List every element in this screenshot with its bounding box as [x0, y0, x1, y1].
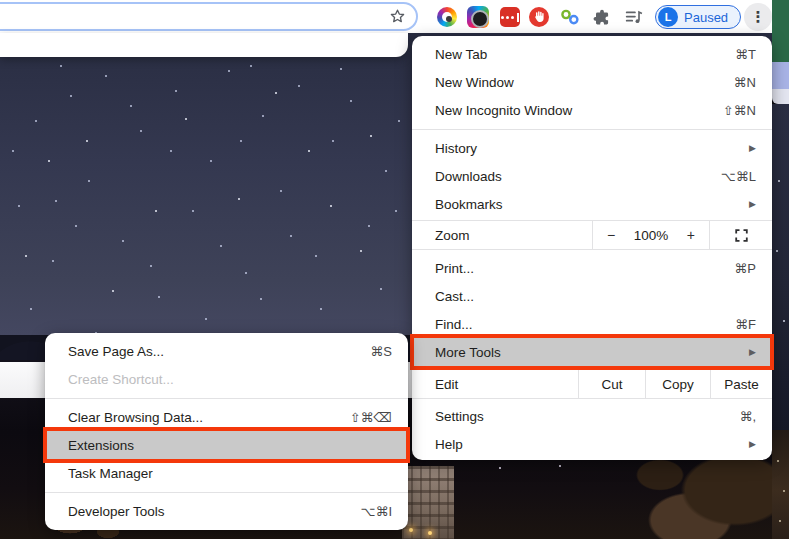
- menu-divider: [45, 398, 408, 399]
- menu-item-new-tab[interactable]: New Tab ⌘T: [412, 40, 772, 68]
- menu-item-shortcut: ⇧⌘⌫: [350, 410, 392, 425]
- menu-item-help[interactable]: Help ▶: [412, 430, 772, 458]
- menu-item-new-window[interactable]: New Window ⌘N: [412, 68, 772, 96]
- browser-toolbar: L Paused ⋮: [0, 0, 772, 33]
- menu-item-shortcut: ⌘S: [370, 344, 392, 359]
- desktop-light-block: [772, 89, 789, 104]
- copy-button[interactable]: Copy: [645, 370, 710, 398]
- menu-divider: [412, 129, 772, 130]
- menu-item-label: Save Page As...: [68, 344, 370, 359]
- menu-item-shortcut: ⌘F: [735, 317, 756, 332]
- puzzle-extensions-icon[interactable]: [592, 7, 612, 27]
- menu-item-label: Settings: [435, 409, 739, 424]
- menu-item-shortcut: ⌘P: [734, 261, 756, 276]
- menu-item-more-tools[interactable]: More Tools ▶: [412, 338, 772, 366]
- menu-item-label: Clear Browsing Data...: [68, 410, 350, 425]
- menu-item-label: New Window: [435, 75, 734, 90]
- kebab-menu-icon: ⋮: [751, 8, 766, 26]
- menu-item-shortcut: ⌥⌘L: [721, 169, 756, 184]
- paste-button[interactable]: Paste: [710, 370, 772, 398]
- profile-paused-button[interactable]: L Paused: [655, 5, 741, 29]
- desktop-edge-strip: [772, 0, 789, 539]
- menu-divider: [45, 492, 408, 493]
- menu-item-developer-tools[interactable]: Developer Tools ⌥⌘I: [45, 497, 408, 525]
- copy-label: Copy: [662, 377, 694, 392]
- menu-item-label: Bookmarks: [435, 197, 749, 212]
- menu-item-find[interactable]: Find... ⌘F: [412, 310, 772, 338]
- menu-item-label: Extensions: [68, 438, 392, 453]
- address-bar-input[interactable]: [10, 4, 360, 29]
- menu-item-new-incognito-window[interactable]: New Incognito Window ⇧⌘N: [412, 96, 772, 124]
- menu-item-shortcut: ⌘,: [739, 409, 756, 424]
- fullscreen-button[interactable]: [710, 221, 772, 249]
- address-bar[interactable]: [0, 2, 418, 31]
- submenu-arrow-icon: ▶: [749, 200, 756, 209]
- stop-hand-extension-icon[interactable]: [529, 7, 549, 27]
- edit-label: Edit: [435, 377, 458, 392]
- menu-item-label: Create Shortcut...: [68, 372, 392, 387]
- fullscreen-icon: [735, 229, 748, 242]
- cut-label: Cut: [601, 377, 622, 392]
- street-light: [428, 531, 432, 535]
- zoom-value: 100%: [634, 228, 669, 243]
- menu-item-label: New Tab: [435, 47, 735, 62]
- menu-item-cast[interactable]: Cast...: [412, 282, 772, 310]
- zoom-label: Zoom: [435, 228, 470, 243]
- menu-item-shortcut: ⇧⌘N: [723, 103, 756, 118]
- menu-item-extensions[interactable]: Extensions: [45, 431, 408, 459]
- edit-row: Edit Cut Copy Paste: [412, 369, 772, 399]
- submenu-arrow-icon: ▶: [749, 440, 756, 449]
- menu-item-bookmarks[interactable]: Bookmarks ▶: [412, 190, 772, 218]
- zoom-in-button[interactable]: +: [687, 227, 695, 243]
- cut-button[interactable]: Cut: [578, 370, 645, 398]
- menu-item-history[interactable]: History ▶: [412, 134, 772, 162]
- menu-item-label: New Incognito Window: [435, 103, 723, 118]
- menu-item-label: Find...: [435, 317, 735, 332]
- menu-item-label: Cast...: [435, 289, 756, 304]
- screenshot-camera-extension-icon[interactable]: [467, 6, 489, 28]
- more-tools-submenu: Save Page As... ⌘S Create Shortcut... Cl…: [45, 333, 408, 530]
- submenu-arrow-icon: ▶: [749, 348, 756, 357]
- street-light: [409, 528, 413, 532]
- menu-item-shortcut: ⌘N: [734, 75, 756, 90]
- chrome-main-menu: New Tab ⌘T New Window ⌘N New Incognito W…: [412, 36, 772, 460]
- menu-item-create-shortcut: Create Shortcut...: [45, 365, 408, 393]
- password-dots-extension-icon[interactable]: [500, 7, 520, 27]
- avatar: L: [658, 7, 678, 27]
- menu-item-shortcut: ⌘T: [735, 47, 756, 62]
- omnibox-dropdown: [0, 33, 408, 57]
- media-list-icon[interactable]: [624, 7, 644, 27]
- submenu-arrow-icon: ▶: [749, 144, 756, 153]
- menu-item-label: Print...: [435, 261, 734, 276]
- zoom-out-button[interactable]: −: [607, 227, 615, 243]
- desktop-strip-specks: [772, 430, 774, 432]
- menu-item-label: More Tools: [435, 345, 749, 360]
- bookmark-star-icon[interactable]: [388, 7, 407, 26]
- desktop-sky-strip: [772, 104, 789, 430]
- menu-item-save-page-as[interactable]: Save Page As... ⌘S: [45, 337, 408, 365]
- menu-item-settings[interactable]: Settings ⌘,: [412, 402, 772, 430]
- paste-label: Paste: [724, 377, 759, 392]
- desktop-green-strip: [772, 0, 789, 62]
- menu-item-label: Developer Tools: [68, 504, 360, 519]
- color-picker-extension-icon[interactable]: [437, 7, 457, 27]
- desktop-strip-ground: [772, 430, 789, 539]
- menu-item-label: Downloads: [435, 169, 721, 184]
- menu-item-downloads[interactable]: Downloads ⌥⌘L: [412, 162, 772, 190]
- menu-item-print[interactable]: Print... ⌘P: [412, 254, 772, 282]
- menu-item-label: Help: [435, 437, 749, 452]
- linked-circles-extension-icon[interactable]: [559, 6, 581, 28]
- menu-item-shortcut: ⌥⌘I: [360, 504, 392, 519]
- menu-item-task-manager[interactable]: Task Manager: [45, 459, 408, 487]
- menu-item-label: History: [435, 141, 749, 156]
- menu-item-clear-browsing-data[interactable]: Clear Browsing Data... ⇧⌘⌫: [45, 403, 408, 431]
- desktop-periwinkle-block: [772, 62, 789, 89]
- zoom-row: Zoom − 100% +: [412, 220, 772, 250]
- sync-paused-label: Paused: [684, 10, 728, 25]
- kebab-menu-button[interactable]: ⋮: [744, 3, 772, 31]
- menu-item-label: Task Manager: [68, 466, 392, 481]
